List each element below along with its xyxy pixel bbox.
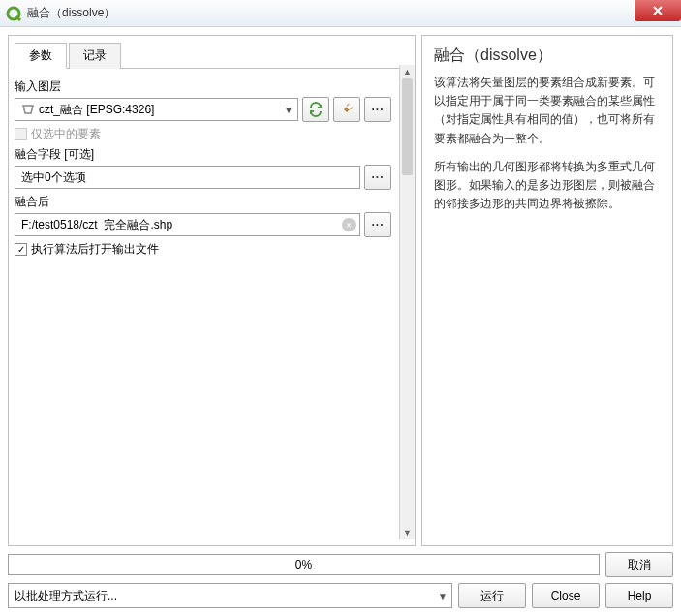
batch-mode-label: 以批处理方式运行... (15, 588, 117, 604)
content-area: 参数 记录 输入图层 czt_融合 [EPSG:4326] ▼ (0, 27, 681, 616)
dialog-window: 融合（dissolve） 参数 记录 输入图层 czt_融合 [EPSG:432… (0, 0, 681, 616)
output-path-input[interactable]: F:/test0518/czt_完全融合.shp × (15, 213, 360, 236)
output-label: 融合后 (15, 194, 391, 210)
scroll-up-arrow[interactable]: ▲ (400, 65, 415, 78)
tab-log[interactable]: 记录 (69, 43, 121, 69)
app-icon (6, 6, 21, 21)
batch-mode-combo[interactable]: 以批处理方式运行... ▼ (8, 583, 452, 608)
open-output-checkbox[interactable] (15, 243, 27, 256)
chevron-down-icon: ▼ (438, 591, 448, 601)
close-icon (652, 5, 664, 16)
tab-bar: 参数 记录 (15, 42, 409, 69)
selected-only-row: 仅选中的要素 (15, 126, 391, 142)
output-browse-button[interactable] (364, 212, 391, 237)
dissolve-field-label: 融合字段 [可选] (15, 146, 391, 163)
selected-only-checkbox (15, 128, 27, 140)
upper-split: 参数 记录 输入图层 czt_融合 [EPSG:4326] ▼ (8, 35, 673, 546)
input-layer-combo[interactable]: czt_融合 [EPSG:4326] ▼ (15, 98, 298, 121)
input-layer-browse-button[interactable] (364, 97, 391, 122)
run-button[interactable]: 运行 (458, 583, 526, 608)
polygon-layer-icon (21, 103, 35, 116)
chevron-down-icon: ▼ (284, 105, 294, 115)
open-output-label: 执行算法后打开输出文件 (31, 241, 159, 258)
output-path-value: F:/test0518/czt_完全融合.shp (21, 217, 172, 233)
dissolve-field-value: 选中0个选项 (21, 169, 86, 186)
titlebar: 融合（dissolve） (0, 0, 681, 27)
parameters-panel: 参数 记录 输入图层 czt_融合 [EPSG:4326] ▼ (8, 35, 416, 546)
button-row: 以批处理方式运行... ▼ 运行 Close Help (8, 583, 673, 608)
vertical-scrollbar[interactable]: ▲ ▼ (399, 65, 415, 539)
close-button[interactable] (635, 0, 681, 21)
input-layer-label: 输入图层 (15, 78, 391, 95)
tab-parameters[interactable]: 参数 (15, 43, 67, 69)
scrollbar-thumb[interactable] (402, 78, 413, 175)
cancel-button[interactable]: 取消 (605, 552, 673, 577)
progress-text: 0% (295, 558, 312, 571)
clear-output-button[interactable]: × (342, 218, 356, 231)
close-dialog-button[interactable]: Close (532, 583, 600, 608)
selected-only-label: 仅选中的要素 (31, 126, 101, 142)
help-paragraph-1: 该算法将矢量图层的要素组合成新要素。可以指定用于属于同一类要素融合的某些属性（对… (434, 74, 661, 148)
open-output-row: 执行算法后打开输出文件 (15, 241, 391, 258)
help-heading: 融合（dissolve） (434, 46, 661, 66)
wrench-icon (339, 102, 355, 117)
advanced-options-button[interactable] (333, 97, 360, 122)
scroll-down-arrow[interactable]: ▼ (400, 526, 415, 539)
window-title: 融合（dissolve） (27, 5, 115, 21)
progress-bar: 0% (8, 554, 600, 575)
iterate-button[interactable] (302, 97, 329, 122)
input-layer-value: czt_融合 [EPSG:4326] (39, 102, 154, 118)
progress-row: 0% 取消 (8, 552, 673, 577)
help-paragraph-2: 所有输出的几何图形都将转换为多重式几何图形。如果输入的是多边形图层，则被融合的邻… (434, 158, 661, 214)
help-button[interactable]: Help (605, 583, 673, 608)
dissolve-field-combo[interactable]: 选中0个选项 (15, 166, 360, 189)
iterate-icon (308, 102, 324, 117)
dissolve-field-browse-button[interactable] (364, 165, 391, 190)
parameters-form: 输入图层 czt_融合 [EPSG:4326] ▼ (15, 75, 409, 262)
help-panel: 融合（dissolve） 该算法将矢量图层的要素组合成新要素。可以指定用于属于同… (421, 35, 673, 546)
